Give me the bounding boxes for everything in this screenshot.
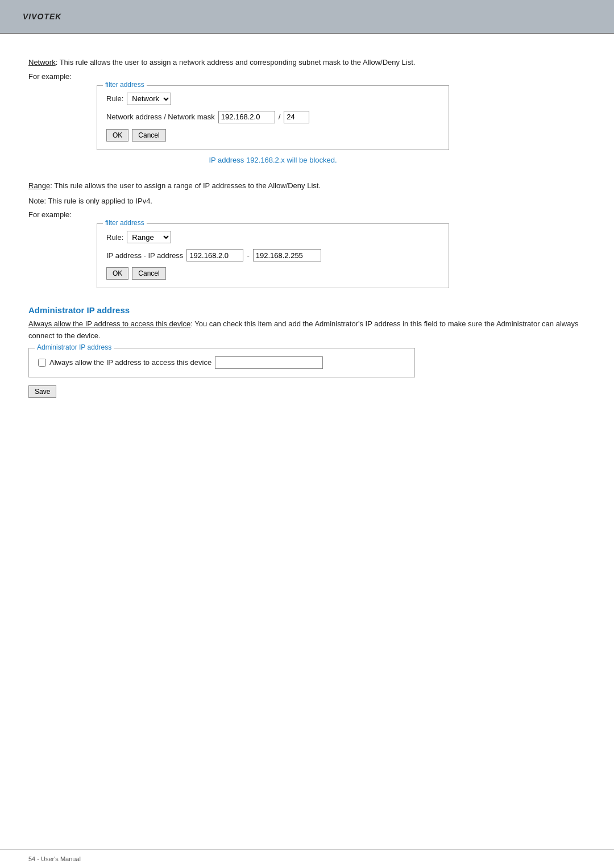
- network-for-example: For example:: [28, 72, 586, 81]
- range-button-row: OK Cancel: [106, 267, 439, 280]
- range-description: Range: This rule allows the user to assi…: [28, 180, 586, 192]
- range-ip-start-input[interactable]: [186, 249, 243, 261]
- admin-save-button[interactable]: Save: [28, 385, 56, 398]
- range-separator: -: [247, 251, 249, 260]
- range-filter-box-title: filter address: [103, 219, 147, 227]
- range-link: Range: [28, 181, 50, 190]
- network-filter-box: filter address Rule: Network Range Singl…: [97, 85, 449, 150]
- brand-logo: VIVOTEK: [23, 12, 61, 21]
- range-section: Range: This rule allows the user to assi…: [28, 180, 586, 289]
- range-for-example: For example:: [28, 210, 586, 219]
- footer-text: 54 - User's Manual: [28, 855, 81, 862]
- network-mask-input[interactable]: [284, 111, 309, 123]
- admin-description: Always allow the IP address to access th…: [28, 318, 586, 342]
- network-description: Network: This rule allows the user to as…: [28, 57, 586, 69]
- range-rule-row: Rule: Network Range Single: [106, 231, 439, 243]
- header-bar: VIVOTEK: [0, 0, 614, 34]
- range-ok-button[interactable]: OK: [106, 267, 128, 280]
- network-cancel-button[interactable]: Cancel: [132, 129, 165, 142]
- main-content: Network: This rule allows the user to as…: [0, 34, 614, 421]
- admin-section: Administrator IP address Always allow th…: [28, 305, 586, 398]
- admin-checkbox-row: Always allow the IP address to access th…: [38, 356, 405, 369]
- admin-checkbox-label: Always allow the IP address to access th…: [49, 358, 211, 367]
- range-filter-box: filter address Rule: Network Range Singl…: [97, 223, 449, 288]
- range-rule-label: Rule:: [106, 233, 123, 242]
- network-addr-row: Network address / Network mask /: [106, 111, 439, 123]
- network-link: Network: [28, 58, 56, 67]
- admin-filter-box-title: Administrator IP address: [35, 343, 114, 351]
- network-ip-note: IP address 192.168.2.x will be blocked.: [97, 156, 449, 164]
- network-ok-button[interactable]: OK: [106, 129, 128, 142]
- network-rule-label: Rule:: [106, 94, 123, 103]
- range-ip-label: IP address - IP address: [106, 251, 183, 260]
- network-button-row: OK Cancel: [106, 129, 439, 142]
- admin-always-allow-checkbox[interactable]: [38, 359, 46, 367]
- page-wrapper: VIVOTEK Network: This rule allows the us…: [0, 0, 614, 868]
- admin-ip-input[interactable]: [215, 356, 323, 369]
- range-cancel-button[interactable]: Cancel: [132, 267, 165, 280]
- admin-filter-box: Administrator IP address Always allow th…: [28, 348, 415, 377]
- range-ip-row: IP address - IP address -: [106, 249, 439, 261]
- network-rule-select[interactable]: Network Range Single: [127, 93, 171, 105]
- range-rule-select[interactable]: Network Range Single: [127, 231, 171, 243]
- admin-section-title: Administrator IP address: [28, 305, 586, 315]
- footer-bar: 54 - User's Manual: [0, 849, 614, 868]
- admin-always-allow-link: Always allow the IP address to access th…: [28, 319, 190, 328]
- range-note: Note: This rule is only applied to IPv4.: [28, 196, 586, 207]
- network-slash: /: [279, 113, 281, 121]
- range-desc-text: : This rule allows the user to assign a …: [50, 181, 321, 190]
- range-ip-end-input[interactable]: [253, 249, 321, 261]
- network-addr-label: Network address / Network mask: [106, 113, 215, 121]
- network-rule-row: Rule: Network Range Single: [106, 93, 439, 105]
- network-section: Network: This rule allows the user to as…: [28, 57, 586, 164]
- network-filter-box-title: filter address: [103, 81, 147, 89]
- network-desc-text: : This rule allows the user to assign a …: [56, 58, 416, 67]
- network-addr-input[interactable]: [218, 111, 275, 123]
